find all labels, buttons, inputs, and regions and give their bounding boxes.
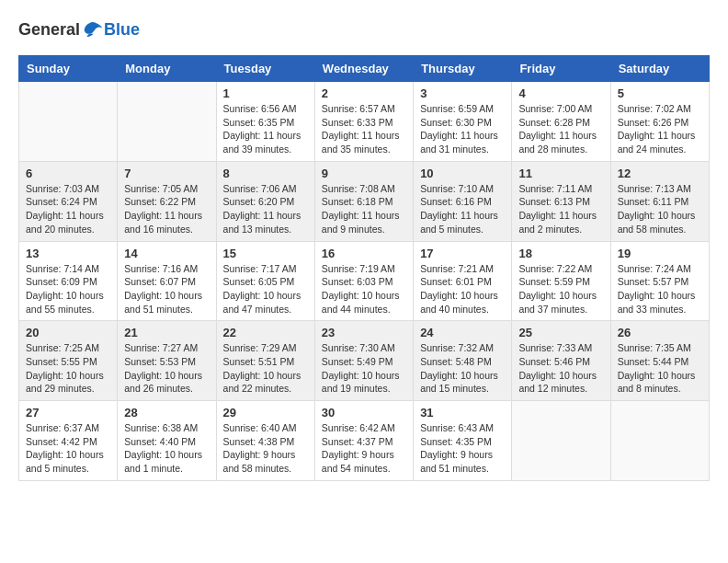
day-number: 8 — [223, 167, 308, 180]
calendar-cell — [118, 82, 216, 162]
day-info: Sunrise: 6:38 AM Sunset: 4:40 PM Dayligh… — [124, 421, 209, 476]
calendar-cell: 22Sunrise: 7:29 AM Sunset: 5:51 PM Dayli… — [216, 321, 314, 401]
calendar-cell: 18Sunrise: 7:22 AM Sunset: 5:59 PM Dayli… — [512, 241, 610, 321]
calendar-cell — [610, 401, 709, 481]
calendar-cell: 24Sunrise: 7:32 AM Sunset: 5:48 PM Dayli… — [414, 321, 512, 401]
weekday-header-monday: Monday — [118, 56, 216, 82]
day-number: 14 — [124, 247, 209, 260]
calendar-cell: 20Sunrise: 7:25 AM Sunset: 5:55 PM Dayli… — [19, 321, 118, 401]
logo-blue-text: Blue — [104, 20, 140, 40]
calendar-cell: 29Sunrise: 6:40 AM Sunset: 4:38 PM Dayli… — [216, 401, 314, 481]
day-info: Sunrise: 7:14 AM Sunset: 6:09 PM Dayligh… — [26, 262, 110, 316]
calendar-cell — [19, 82, 118, 162]
calendar-cell: 2Sunrise: 6:57 AM Sunset: 6:33 PM Daylig… — [314, 82, 413, 162]
day-info: Sunrise: 7:32 AM Sunset: 5:48 PM Dayligh… — [420, 341, 505, 396]
day-info: Sunrise: 7:27 AM Sunset: 5:53 PM Dayligh… — [124, 341, 209, 396]
calendar-cell: 28Sunrise: 6:38 AM Sunset: 4:40 PM Dayli… — [118, 401, 216, 481]
day-info: Sunrise: 7:11 AM Sunset: 6:13 PM Dayligh… — [518, 182, 603, 236]
calendar-cell: 9Sunrise: 7:08 AM Sunset: 6:18 PM Daylig… — [314, 161, 413, 241]
calendar-table: SundayMondayTuesdayWednesdayThursdayFrid… — [18, 55, 710, 481]
calendar-cell: 4Sunrise: 7:00 AM Sunset: 6:28 PM Daylig… — [512, 82, 610, 162]
logo: General Blue — [18, 18, 140, 40]
day-number: 21 — [124, 326, 209, 339]
day-info: Sunrise: 7:17 AM Sunset: 6:05 PM Dayligh… — [223, 262, 308, 316]
calendar-cell: 21Sunrise: 7:27 AM Sunset: 5:53 PM Dayli… — [118, 321, 216, 401]
day-number: 7 — [124, 167, 209, 180]
calendar-cell: 30Sunrise: 6:42 AM Sunset: 4:37 PM Dayli… — [314, 401, 413, 481]
calendar-cell: 15Sunrise: 7:17 AM Sunset: 6:05 PM Dayli… — [216, 241, 314, 321]
page-header: General Blue — [18, 18, 710, 40]
day-info: Sunrise: 7:13 AM Sunset: 6:11 PM Dayligh… — [618, 182, 702, 236]
calendar-cell: 1Sunrise: 6:56 AM Sunset: 6:35 PM Daylig… — [216, 82, 314, 162]
day-number: 26 — [618, 326, 702, 339]
logo-bird-icon — [82, 18, 104, 40]
day-number: 9 — [322, 167, 406, 180]
calendar-cell: 13Sunrise: 7:14 AM Sunset: 6:09 PM Dayli… — [19, 241, 118, 321]
calendar-cell: 25Sunrise: 7:33 AM Sunset: 5:46 PM Dayli… — [512, 321, 610, 401]
calendar-cell: 27Sunrise: 6:37 AM Sunset: 4:42 PM Dayli… — [19, 401, 118, 481]
day-info: Sunrise: 7:10 AM Sunset: 6:16 PM Dayligh… — [420, 182, 505, 236]
calendar-week-row: 6Sunrise: 7:03 AM Sunset: 6:24 PM Daylig… — [19, 161, 710, 241]
day-info: Sunrise: 7:25 AM Sunset: 5:55 PM Dayligh… — [26, 341, 110, 396]
calendar-week-row: 20Sunrise: 7:25 AM Sunset: 5:55 PM Dayli… — [19, 321, 710, 401]
calendar-cell: 16Sunrise: 7:19 AM Sunset: 6:03 PM Dayli… — [314, 241, 413, 321]
day-number: 2 — [322, 86, 406, 100]
calendar-week-row: 1Sunrise: 6:56 AM Sunset: 6:35 PM Daylig… — [19, 82, 710, 162]
day-number: 28 — [124, 406, 209, 419]
day-info: Sunrise: 7:22 AM Sunset: 5:59 PM Dayligh… — [518, 262, 603, 316]
day-number: 30 — [322, 406, 406, 419]
day-info: Sunrise: 6:56 AM Sunset: 6:35 PM Dayligh… — [223, 102, 308, 156]
weekday-header-saturday: Saturday — [610, 56, 709, 82]
day-number: 1 — [223, 86, 308, 100]
day-info: Sunrise: 7:30 AM Sunset: 5:49 PM Dayligh… — [322, 341, 406, 396]
calendar-cell: 6Sunrise: 7:03 AM Sunset: 6:24 PM Daylig… — [19, 161, 118, 241]
weekday-header-friday: Friday — [512, 56, 610, 82]
day-info: Sunrise: 7:03 AM Sunset: 6:24 PM Dayligh… — [26, 182, 110, 236]
day-info: Sunrise: 7:05 AM Sunset: 6:22 PM Dayligh… — [124, 182, 209, 236]
day-info: Sunrise: 6:43 AM Sunset: 4:35 PM Dayligh… — [420, 421, 505, 476]
calendar-cell: 11Sunrise: 7:11 AM Sunset: 6:13 PM Dayli… — [512, 161, 610, 241]
day-number: 12 — [618, 167, 702, 180]
day-number: 17 — [420, 247, 505, 260]
day-number: 29 — [223, 406, 308, 419]
calendar-cell: 26Sunrise: 7:35 AM Sunset: 5:44 PM Dayli… — [610, 321, 709, 401]
day-number: 20 — [26, 326, 110, 339]
day-number: 31 — [420, 406, 505, 419]
day-number: 13 — [26, 247, 110, 260]
day-number: 4 — [518, 86, 603, 100]
day-info: Sunrise: 6:59 AM Sunset: 6:30 PM Dayligh… — [420, 102, 505, 156]
weekday-header-wednesday: Wednesday — [314, 56, 413, 82]
day-number: 19 — [618, 247, 702, 260]
calendar-cell: 23Sunrise: 7:30 AM Sunset: 5:49 PM Dayli… — [314, 321, 413, 401]
weekday-header-sunday: Sunday — [19, 56, 118, 82]
weekday-header-tuesday: Tuesday — [216, 56, 314, 82]
day-info: Sunrise: 7:16 AM Sunset: 6:07 PM Dayligh… — [124, 262, 209, 316]
calendar-cell: 8Sunrise: 7:06 AM Sunset: 6:20 PM Daylig… — [216, 161, 314, 241]
day-info: Sunrise: 6:40 AM Sunset: 4:38 PM Dayligh… — [223, 421, 308, 476]
calendar-cell: 3Sunrise: 6:59 AM Sunset: 6:30 PM Daylig… — [414, 82, 512, 162]
day-number: 18 — [518, 247, 603, 260]
day-number: 27 — [26, 406, 110, 419]
day-info: Sunrise: 6:57 AM Sunset: 6:33 PM Dayligh… — [322, 102, 406, 156]
day-number: 16 — [322, 247, 406, 260]
day-info: Sunrise: 7:35 AM Sunset: 5:44 PM Dayligh… — [618, 341, 702, 396]
day-info: Sunrise: 7:33 AM Sunset: 5:46 PM Dayligh… — [518, 341, 603, 396]
day-number: 25 — [518, 326, 603, 339]
calendar-cell: 7Sunrise: 7:05 AM Sunset: 6:22 PM Daylig… — [118, 161, 216, 241]
calendar-week-row: 13Sunrise: 7:14 AM Sunset: 6:09 PM Dayli… — [19, 241, 710, 321]
day-info: Sunrise: 7:19 AM Sunset: 6:03 PM Dayligh… — [322, 262, 406, 316]
day-number: 15 — [223, 247, 308, 260]
calendar-cell: 17Sunrise: 7:21 AM Sunset: 6:01 PM Dayli… — [414, 241, 512, 321]
calendar-cell: 12Sunrise: 7:13 AM Sunset: 6:11 PM Dayli… — [610, 161, 709, 241]
calendar-cell: 31Sunrise: 6:43 AM Sunset: 4:35 PM Dayli… — [414, 401, 512, 481]
day-number: 5 — [618, 86, 702, 100]
day-info: Sunrise: 6:37 AM Sunset: 4:42 PM Dayligh… — [26, 421, 110, 476]
day-number: 10 — [420, 167, 505, 180]
day-info: Sunrise: 6:42 AM Sunset: 4:37 PM Dayligh… — [322, 421, 406, 476]
calendar-cell: 14Sunrise: 7:16 AM Sunset: 6:07 PM Dayli… — [118, 241, 216, 321]
calendar-week-row: 27Sunrise: 6:37 AM Sunset: 4:42 PM Dayli… — [19, 401, 710, 481]
day-number: 24 — [420, 326, 505, 339]
day-info: Sunrise: 7:21 AM Sunset: 6:01 PM Dayligh… — [420, 262, 505, 316]
day-info: Sunrise: 7:00 AM Sunset: 6:28 PM Dayligh… — [518, 102, 603, 156]
day-info: Sunrise: 7:29 AM Sunset: 5:51 PM Dayligh… — [223, 341, 308, 396]
